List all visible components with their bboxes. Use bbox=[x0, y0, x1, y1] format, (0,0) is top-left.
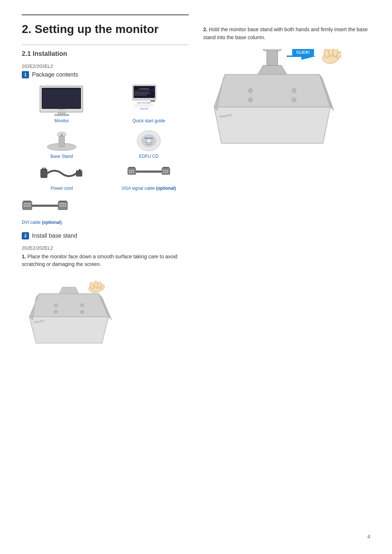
svg-point-92 bbox=[292, 89, 296, 93]
svg-rect-42 bbox=[136, 171, 162, 173]
step2-desc: Hold the monitor base stand with both ha… bbox=[203, 26, 368, 40]
svg-point-41 bbox=[133, 172, 134, 173]
step-badge-2: 2 bbox=[22, 232, 29, 239]
powercord-label: Power cord bbox=[51, 186, 73, 191]
step1-diagram: PHILIPS bbox=[22, 274, 189, 348]
dvi-icon bbox=[22, 197, 69, 218]
powercord-icon bbox=[40, 163, 83, 184]
svg-marker-73 bbox=[29, 294, 109, 317]
step2-diagram-svg: PHILIPS CLICK! bbox=[203, 49, 341, 151]
vga-label: VGA signal cable (optional) bbox=[122, 186, 176, 191]
step1-text: 1. Place the monitor face down a smooth … bbox=[22, 253, 189, 268]
svg-point-91 bbox=[248, 89, 253, 93]
svg-point-46 bbox=[165, 170, 166, 171]
svg-rect-66 bbox=[63, 203, 64, 204]
svg-text:LCD Monitor: LCD Monitor bbox=[139, 88, 149, 90]
svg-point-47 bbox=[167, 170, 168, 171]
model-label-1: 202E2/202EL2 bbox=[22, 63, 189, 69]
svg-rect-30 bbox=[42, 168, 44, 169]
svg-point-45 bbox=[163, 170, 164, 171]
item-dvi: DVI cable (optional) bbox=[22, 197, 189, 225]
svg-text:LCD monitor: LCD monitor bbox=[145, 141, 153, 143]
package-contents-label: Package contents bbox=[32, 71, 78, 78]
svg-marker-96 bbox=[258, 65, 287, 74]
svg-rect-51 bbox=[23, 202, 32, 210]
svg-rect-13 bbox=[151, 100, 155, 102]
svg-rect-32 bbox=[76, 171, 82, 176]
section-21-label: 2.1 Installation bbox=[22, 50, 189, 58]
section-divider bbox=[22, 45, 189, 45]
svg-rect-2 bbox=[42, 89, 80, 108]
svg-point-48 bbox=[163, 172, 164, 173]
svg-text:PHILIPS: PHILIPS bbox=[140, 108, 148, 110]
svg-rect-55 bbox=[28, 203, 29, 204]
svg-rect-44 bbox=[163, 167, 169, 168]
svg-rect-43 bbox=[162, 168, 170, 175]
svg-text:PHILIPS: PHILIPS bbox=[58, 108, 65, 111]
edfu-label: EDFU CD bbox=[139, 154, 158, 159]
vga-icon bbox=[127, 163, 171, 184]
item-powercord: Power cord bbox=[22, 163, 102, 191]
svg-point-79 bbox=[81, 310, 84, 313]
svg-marker-81 bbox=[59, 287, 79, 294]
svg-point-94 bbox=[292, 98, 296, 102]
svg-rect-34 bbox=[128, 168, 136, 175]
quickstart-label: Quick start guide bbox=[132, 118, 165, 123]
svg-rect-54 bbox=[26, 203, 27, 204]
svg-rect-31 bbox=[45, 168, 46, 169]
svg-point-38 bbox=[133, 170, 134, 171]
monitor-icon: PHILIPS bbox=[38, 84, 85, 117]
svg-rect-61 bbox=[32, 205, 58, 207]
right-column: 2. Hold the monitor base stand with both… bbox=[203, 15, 370, 348]
svg-rect-56 bbox=[29, 203, 30, 204]
svg-text:with handle: with handle bbox=[146, 144, 152, 145]
package-contents-header: 1 Package contents bbox=[22, 71, 189, 78]
svg-rect-57 bbox=[24, 205, 25, 206]
svg-point-78 bbox=[54, 310, 57, 313]
cd-icon: PHILIPS LCD monitor with handle bbox=[131, 127, 167, 152]
svg-point-77 bbox=[81, 304, 84, 307]
step1-desc: Place the monitor face down a smooth sur… bbox=[22, 254, 177, 267]
svg-marker-87 bbox=[214, 107, 330, 143]
item-monitor: PHILIPS Monitor bbox=[22, 84, 102, 123]
page-number: 4 bbox=[367, 534, 370, 539]
svg-rect-67 bbox=[65, 203, 66, 204]
svg-rect-64 bbox=[60, 203, 61, 204]
model-label-2: 202E2/202EL2 bbox=[22, 245, 189, 251]
svg-rect-3 bbox=[58, 112, 65, 114]
package-grid: PHILIPS Monitor LCD Monitor Quick bbox=[22, 84, 189, 191]
svg-point-93 bbox=[248, 98, 253, 102]
svg-rect-69 bbox=[61, 205, 62, 206]
svg-rect-52 bbox=[23, 201, 31, 202]
svg-rect-70 bbox=[63, 205, 64, 206]
install-base-stand-header: 2 Install base stand bbox=[22, 232, 189, 239]
step1-num: 1. bbox=[22, 254, 26, 259]
svg-marker-88 bbox=[214, 74, 330, 107]
item-edfu: PHILIPS LCD monitor with handle EDFU CD bbox=[109, 127, 189, 159]
svg-rect-71 bbox=[65, 205, 66, 206]
install-base-stand-section: 2 Install base stand 202E2/202EL2 1. Pla… bbox=[22, 232, 189, 348]
install-base-stand-label: Install base stand bbox=[32, 233, 77, 239]
svg-rect-58 bbox=[26, 205, 27, 206]
step1-diagram-svg: PHILIPS bbox=[22, 274, 116, 346]
dvi-label: DVI cable (optional) bbox=[22, 220, 62, 225]
svg-point-39 bbox=[129, 172, 130, 173]
step2-num: 2. bbox=[203, 26, 208, 32]
step-badge-1: 1 bbox=[22, 71, 29, 78]
item-basestand: Base Stand bbox=[22, 127, 102, 159]
svg-rect-97 bbox=[267, 49, 278, 65]
svg-text:PHILIPS: PHILIPS bbox=[144, 137, 153, 139]
install-step-1: 1. Place the monitor face down a smooth … bbox=[22, 253, 189, 268]
svg-rect-29 bbox=[41, 169, 47, 178]
svg-rect-68 bbox=[60, 205, 61, 206]
basestand-icon bbox=[44, 127, 80, 152]
svg-point-36 bbox=[129, 170, 130, 171]
svg-point-76 bbox=[54, 304, 57, 307]
basestand-label: Base Stand bbox=[50, 154, 73, 159]
svg-rect-63 bbox=[59, 201, 67, 202]
svg-rect-60 bbox=[29, 205, 30, 206]
item-vga: VGA signal cable (optional) bbox=[109, 163, 189, 191]
monitor-label: Monitor bbox=[54, 118, 69, 123]
svg-text:CLICK!: CLICK! bbox=[296, 50, 310, 54]
svg-rect-62 bbox=[58, 202, 68, 210]
